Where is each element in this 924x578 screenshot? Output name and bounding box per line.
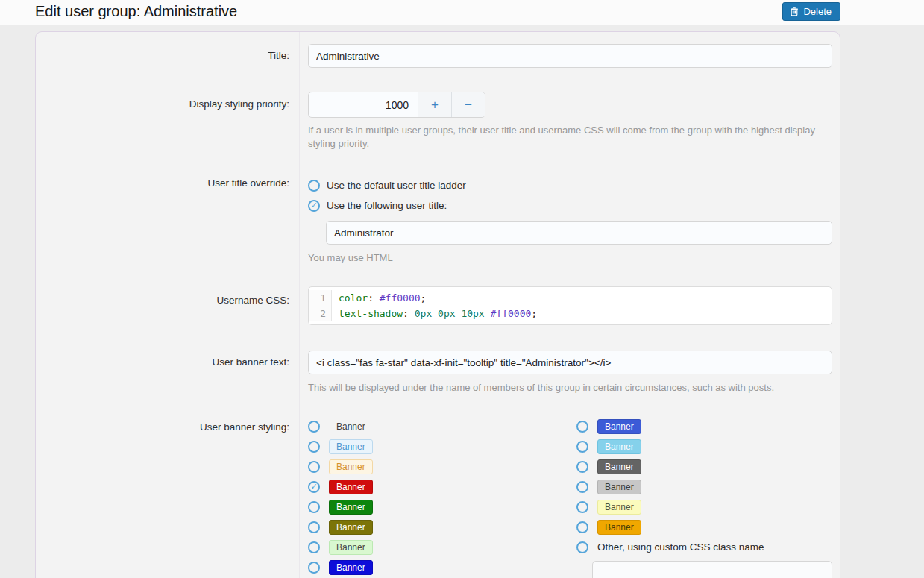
user-title-hint: You may use HTML <box>308 251 832 265</box>
code-token-plain <box>409 308 415 319</box>
radio-banner-accent[interactable] <box>308 461 320 473</box>
radio-banner-staff[interactable] <box>308 441 320 453</box>
user-title-option-custom[interactable]: Use the following user title: <box>308 195 832 216</box>
banner-style-option-yellow: Banner <box>576 497 832 517</box>
banner-preview-accent[interactable]: Banner <box>329 459 373 474</box>
code-line[interactable]: color: #ff0000; <box>339 290 537 306</box>
banner-preview-olive[interactable]: Banner <box>329 520 373 535</box>
delete-button[interactable]: Delete <box>782 2 840 21</box>
username-css-label: Username CSS: <box>36 286 299 325</box>
radio-custom-title[interactable] <box>308 200 320 212</box>
priority-hint: If a user is in multiple user groups, th… <box>308 124 824 151</box>
banner-preview-sky-blue[interactable]: Banner <box>597 439 641 454</box>
banner-preview-light-green[interactable]: Banner <box>329 540 373 555</box>
custom-user-title-input[interactable] <box>326 221 832 245</box>
banner-preview-blue[interactable]: Banner <box>329 560 373 575</box>
banner-text-label: User banner text: <box>36 351 299 395</box>
banner-style-option-green: Banner <box>308 497 576 517</box>
radio-default-title-ladder[interactable] <box>308 180 320 192</box>
radio-banner-red[interactable] <box>308 481 320 493</box>
code-token-num: 0px <box>438 308 455 319</box>
code-line-numbers: 12 <box>309 290 332 321</box>
banner-styling-label: User banner styling: <box>36 416 299 578</box>
radio-banner-olive[interactable] <box>308 521 320 533</box>
code-token-plain <box>432 308 438 319</box>
banner-style-option-accent: Banner <box>308 456 576 477</box>
custom-css-class-input[interactable] <box>592 561 832 578</box>
code-token-prop: color <box>339 292 368 304</box>
user-title-option-custom-label[interactable]: Use the following user title: <box>327 200 447 211</box>
radio-banner-light-green[interactable] <box>308 541 320 553</box>
code-token-punct: : <box>403 308 409 319</box>
priority-spinner: + − <box>308 92 485 118</box>
header-bar: Edit user group: Administrative Delete <box>0 0 924 25</box>
banner-style-option-olive: Banner <box>308 517 576 537</box>
banner-style-option-other: Other, using custom CSS class name <box>576 537 832 557</box>
banner-preview-staff[interactable]: Banner <box>329 439 373 454</box>
code-token-hex: #ff0000 <box>380 292 421 304</box>
banner-preview-yellow[interactable]: Banner <box>597 500 641 515</box>
code-token-punct: ; <box>531 308 537 319</box>
code-token-punct: ; <box>421 292 427 304</box>
banner-style-option-silver: Banner <box>576 477 832 497</box>
column-divider <box>299 32 300 578</box>
priority-label: Display styling priority: <box>36 92 299 151</box>
increment-button[interactable]: + <box>418 92 451 117</box>
code-line-number: 2 <box>309 306 326 321</box>
banner-preview-orange[interactable]: Banner <box>597 520 641 535</box>
banner-style-option-orange: Banner <box>576 517 832 537</box>
banner-style-option-none: Banner <box>308 416 576 436</box>
code-token-plain <box>485 308 491 319</box>
code-token-num: 10px <box>461 308 484 319</box>
form-row-user-title-override: User title override: Use the default use… <box>36 151 840 265</box>
banner-preview-royal-blue[interactable]: Banner <box>597 419 641 434</box>
radio-banner-royal-blue[interactable] <box>576 421 588 433</box>
radio-banner-sky-blue[interactable] <box>576 441 588 453</box>
banner-options-right-column: BannerBannerBannerBannerBannerBannerOthe… <box>576 416 832 578</box>
code-line[interactable]: text-shadow: 0px 0px 10px #ff0000; <box>339 306 537 321</box>
code-line-number: 1 <box>309 290 326 306</box>
form-row-username-css: Username CSS: 12 color: #ff0000;text-sha… <box>36 265 840 325</box>
title-input[interactable] <box>308 44 832 68</box>
code-token-punct: : <box>368 292 374 304</box>
radio-banner-blue[interactable] <box>308 562 320 574</box>
banner-style-option-gray: Banner <box>576 456 832 477</box>
banner-style-option-blue: Banner <box>308 557 576 577</box>
code-token-hex: #ff0000 <box>491 308 532 319</box>
banner-style-option-sky-blue: Banner <box>576 436 832 456</box>
username-css-editor[interactable]: 12 color: #ff0000;text-shadow: 0px 0px 1… <box>308 286 832 325</box>
edit-user-group-form: Title: Display styling priority: + − If … <box>35 31 840 578</box>
page-title: Edit user group: Administrative <box>35 3 237 20</box>
code-content[interactable]: color: #ff0000;text-shadow: 0px 0px 10px… <box>332 290 537 321</box>
code-token-plain <box>374 292 380 304</box>
banner-preview-gray[interactable]: Banner <box>597 459 641 474</box>
radio-banner-gray[interactable] <box>576 461 588 473</box>
priority-input[interactable] <box>309 92 418 117</box>
form-row-priority: Display styling priority: + − If a user … <box>36 68 840 151</box>
trash-icon <box>790 7 799 16</box>
code-token-num: 0px <box>415 308 432 319</box>
banner-text-hint: This will be displayed under the name of… <box>308 381 832 395</box>
decrement-button[interactable]: − <box>451 92 485 117</box>
code-token-prop: text-shadow <box>339 308 403 319</box>
banner-style-option-red: Banner <box>308 477 576 497</box>
banner-options-left-column: BannerBannerBannerBannerBannerBannerBann… <box>308 416 576 578</box>
radio-banner-other[interactable] <box>576 541 588 553</box>
banner-other-label[interactable]: Other, using custom CSS class name <box>597 541 764 553</box>
form-row-banner-styling: User banner styling: BannerBannerBannerB… <box>36 395 840 578</box>
banner-preview-silver[interactable]: Banner <box>597 480 641 494</box>
user-title-option-default[interactable]: Use the default user title ladder <box>308 175 832 195</box>
radio-banner-orange[interactable] <box>576 521 588 533</box>
user-title-option-default-label[interactable]: Use the default user title ladder <box>327 180 466 191</box>
banner-preview-red[interactable]: Banner <box>329 480 373 494</box>
radio-banner-green[interactable] <box>308 501 320 513</box>
radio-banner-silver[interactable] <box>576 481 588 493</box>
banner-preview-green[interactable]: Banner <box>329 500 373 515</box>
form-row-title: Title: <box>36 32 840 68</box>
radio-banner-yellow[interactable] <box>576 501 588 513</box>
banner-style-option-royal-blue: Banner <box>576 416 832 436</box>
radio-banner-none[interactable] <box>308 421 320 433</box>
banner-preview-none[interactable]: Banner <box>329 419 373 434</box>
banner-text-input[interactable] <box>308 351 832 374</box>
form-row-banner-text: User banner text: This will be displayed… <box>36 325 840 395</box>
